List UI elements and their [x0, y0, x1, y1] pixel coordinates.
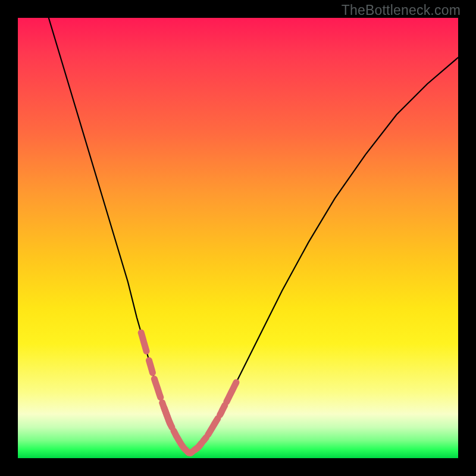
dash-segment [174, 431, 189, 453]
highlight-dashes [141, 333, 236, 453]
dash-segment [190, 444, 201, 453]
dash-segment [203, 437, 206, 441]
dash-segment [141, 333, 146, 351]
dash-segment [154, 379, 160, 397]
dash-segment [208, 418, 218, 434]
dash-segment [164, 408, 172, 427]
plot-area [18, 18, 458, 458]
chart-frame: TheBottleneck.com [0, 0, 476, 476]
dash-segment [227, 383, 236, 402]
chart-svg [18, 18, 458, 458]
dash-segment [149, 361, 153, 373]
watermark-text: TheBottleneck.com [342, 2, 461, 18]
dash-segment [220, 405, 225, 415]
bottleneck-curve-path [49, 18, 458, 454]
